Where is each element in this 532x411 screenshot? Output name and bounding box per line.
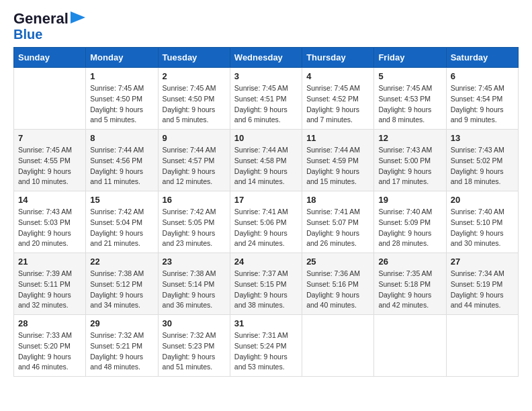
- day-number: 25: [306, 257, 369, 267]
- day-number: 30: [163, 318, 226, 328]
- day-number: 16: [163, 195, 226, 205]
- calendar-cell: 24 Sunrise: 7:37 AMSunset: 5:15 PMDaylig…: [230, 253, 302, 315]
- day-info: Sunrise: 7:44 AMSunset: 4:59 PMDaylight:…: [306, 145, 369, 187]
- weekday-header-row: SundayMondayTuesdayWednesdayThursdayFrid…: [14, 48, 519, 68]
- day-number: 3: [234, 71, 298, 81]
- day-info: Sunrise: 7:44 AMSunset: 4:56 PMDaylight:…: [90, 145, 153, 187]
- day-info: Sunrise: 7:45 AMSunset: 4:53 PMDaylight:…: [378, 83, 441, 126]
- calendar-cell: 19 Sunrise: 7:40 AMSunset: 5:09 PMDaylig…: [374, 191, 446, 253]
- day-number: 2: [163, 71, 226, 81]
- calendar-cell: 17 Sunrise: 7:41 AMSunset: 5:06 PMDaylig…: [230, 191, 302, 253]
- calendar-cell: 5 Sunrise: 7:45 AMSunset: 4:53 PMDayligh…: [374, 68, 446, 130]
- day-info: Sunrise: 7:38 AMSunset: 5:14 PMDaylight:…: [163, 269, 226, 311]
- calendar-week-row: 28 Sunrise: 7:33 AMSunset: 5:20 PMDaylig…: [14, 315, 519, 377]
- calendar-cell: 15 Sunrise: 7:42 AMSunset: 5:04 PMDaylig…: [86, 191, 158, 253]
- calendar-cell: 23 Sunrise: 7:38 AMSunset: 5:14 PMDaylig…: [158, 253, 230, 315]
- day-number: 10: [234, 133, 298, 143]
- logo-text-blue: Blue: [13, 27, 42, 42]
- day-number: 21: [18, 257, 81, 267]
- calendar-week-row: 1 Sunrise: 7:45 AMSunset: 4:50 PMDayligh…: [14, 68, 519, 130]
- calendar-cell: 31 Sunrise: 7:31 AMSunset: 5:24 PMDaylig…: [230, 315, 302, 377]
- day-info: Sunrise: 7:34 AMSunset: 5:19 PMDaylight:…: [451, 269, 514, 311]
- calendar-cell: 16 Sunrise: 7:42 AMSunset: 5:05 PMDaylig…: [158, 191, 230, 253]
- day-info: Sunrise: 7:40 AMSunset: 5:09 PMDaylight:…: [378, 207, 441, 249]
- calendar-cell: [302, 315, 374, 377]
- calendar-cell: 22 Sunrise: 7:38 AMSunset: 5:12 PMDaylig…: [86, 253, 158, 315]
- day-info: Sunrise: 7:44 AMSunset: 4:57 PMDaylight:…: [163, 145, 226, 187]
- day-info: Sunrise: 7:45 AMSunset: 4:52 PMDaylight:…: [306, 83, 369, 126]
- calendar-cell: 26 Sunrise: 7:35 AMSunset: 5:18 PMDaylig…: [374, 253, 446, 315]
- calendar-cell: 9 Sunrise: 7:44 AMSunset: 4:57 PMDayligh…: [158, 130, 230, 191]
- weekday-header-friday: Friday: [374, 48, 446, 68]
- day-number: 29: [90, 318, 153, 328]
- day-number: 5: [378, 71, 441, 81]
- day-info: Sunrise: 7:42 AMSunset: 5:05 PMDaylight:…: [163, 207, 226, 249]
- calendar-cell: 3 Sunrise: 7:45 AMSunset: 4:51 PMDayligh…: [230, 68, 302, 130]
- day-number: 31: [234, 318, 298, 328]
- day-info: Sunrise: 7:44 AMSunset: 4:58 PMDaylight:…: [234, 145, 298, 187]
- calendar-cell: 8 Sunrise: 7:44 AMSunset: 4:56 PMDayligh…: [86, 130, 158, 191]
- day-info: Sunrise: 7:45 AMSunset: 4:55 PMDaylight:…: [18, 145, 81, 187]
- day-info: Sunrise: 7:40 AMSunset: 5:10 PMDaylight:…: [451, 207, 514, 249]
- day-info: Sunrise: 7:45 AMSunset: 4:50 PMDaylight:…: [163, 83, 226, 126]
- calendar-cell: 25 Sunrise: 7:36 AMSunset: 5:16 PMDaylig…: [302, 253, 374, 315]
- calendar-week-row: 14 Sunrise: 7:43 AMSunset: 5:03 PMDaylig…: [14, 191, 519, 253]
- weekday-header-saturday: Saturday: [446, 48, 518, 68]
- day-number: 4: [306, 71, 369, 81]
- calendar-week-row: 7 Sunrise: 7:45 AMSunset: 4:55 PMDayligh…: [14, 130, 519, 191]
- day-number: 7: [18, 133, 81, 143]
- day-info: Sunrise: 7:35 AMSunset: 5:18 PMDaylight:…: [378, 269, 441, 311]
- day-number: 14: [18, 195, 81, 205]
- calendar-cell: 27 Sunrise: 7:34 AMSunset: 5:19 PMDaylig…: [446, 253, 518, 315]
- day-number: 15: [90, 195, 153, 205]
- day-info: Sunrise: 7:32 AMSunset: 5:21 PMDaylight:…: [90, 330, 153, 373]
- logo-text-general: General: [13, 11, 69, 27]
- day-info: Sunrise: 7:31 AMSunset: 5:24 PMDaylight:…: [234, 330, 298, 373]
- day-number: 19: [378, 195, 441, 205]
- logo: General Blue: [13, 11, 85, 42]
- weekday-header-tuesday: Tuesday: [158, 48, 230, 68]
- day-number: 11: [306, 133, 369, 143]
- day-info: Sunrise: 7:43 AMSunset: 5:03 PMDaylight:…: [18, 207, 81, 249]
- day-info: Sunrise: 7:36 AMSunset: 5:16 PMDaylight:…: [306, 269, 369, 311]
- day-number: 8: [90, 133, 153, 143]
- day-info: Sunrise: 7:45 AMSunset: 4:50 PMDaylight:…: [90, 83, 153, 126]
- calendar-cell: 28 Sunrise: 7:33 AMSunset: 5:20 PMDaylig…: [14, 315, 86, 377]
- calendar-cell: 7 Sunrise: 7:45 AMSunset: 4:55 PMDayligh…: [14, 130, 86, 191]
- calendar-cell: 18 Sunrise: 7:41 AMSunset: 5:07 PMDaylig…: [302, 191, 374, 253]
- calendar-week-row: 21 Sunrise: 7:39 AMSunset: 5:11 PMDaylig…: [14, 253, 519, 315]
- calendar-table: SundayMondayTuesdayWednesdayThursdayFrid…: [13, 47, 519, 377]
- day-info: Sunrise: 7:45 AMSunset: 4:51 PMDaylight:…: [234, 83, 298, 126]
- day-number: 22: [90, 257, 153, 267]
- calendar-cell: 4 Sunrise: 7:45 AMSunset: 4:52 PMDayligh…: [302, 68, 374, 130]
- calendar-cell: 21 Sunrise: 7:39 AMSunset: 5:11 PMDaylig…: [14, 253, 86, 315]
- weekday-header-thursday: Thursday: [302, 48, 374, 68]
- day-info: Sunrise: 7:45 AMSunset: 4:54 PMDaylight:…: [451, 83, 514, 126]
- day-info: Sunrise: 7:38 AMSunset: 5:12 PMDaylight:…: [90, 269, 153, 311]
- day-number: 6: [451, 71, 514, 81]
- calendar-cell: 10 Sunrise: 7:44 AMSunset: 4:58 PMDaylig…: [230, 130, 302, 191]
- day-number: 23: [163, 257, 226, 267]
- day-info: Sunrise: 7:33 AMSunset: 5:20 PMDaylight:…: [18, 330, 81, 373]
- day-number: 9: [163, 133, 226, 143]
- day-number: 20: [451, 195, 514, 205]
- calendar-cell: 29 Sunrise: 7:32 AMSunset: 5:21 PMDaylig…: [86, 315, 158, 377]
- day-number: 12: [378, 133, 441, 143]
- calendar-cell: 14 Sunrise: 7:43 AMSunset: 5:03 PMDaylig…: [14, 191, 86, 253]
- calendar-cell: [374, 315, 446, 377]
- day-info: Sunrise: 7:32 AMSunset: 5:23 PMDaylight:…: [163, 330, 226, 373]
- calendar-cell: 1 Sunrise: 7:45 AMSunset: 4:50 PMDayligh…: [86, 68, 158, 130]
- weekday-header-sunday: Sunday: [14, 48, 86, 68]
- day-info: Sunrise: 7:42 AMSunset: 5:04 PMDaylight:…: [90, 207, 153, 249]
- day-number: 18: [306, 195, 369, 205]
- day-info: Sunrise: 7:37 AMSunset: 5:15 PMDaylight:…: [234, 269, 298, 311]
- calendar-cell: [446, 315, 518, 377]
- day-number: 28: [18, 318, 81, 328]
- logo-arrow-icon: [71, 11, 85, 24]
- day-info: Sunrise: 7:43 AMSunset: 5:02 PMDaylight:…: [451, 145, 514, 187]
- page-header: General Blue: [13, 11, 519, 42]
- svg-marker-0: [71, 11, 85, 24]
- calendar-cell: 20 Sunrise: 7:40 AMSunset: 5:10 PMDaylig…: [446, 191, 518, 253]
- day-number: 17: [234, 195, 298, 205]
- calendar-cell: 13 Sunrise: 7:43 AMSunset: 5:02 PMDaylig…: [446, 130, 518, 191]
